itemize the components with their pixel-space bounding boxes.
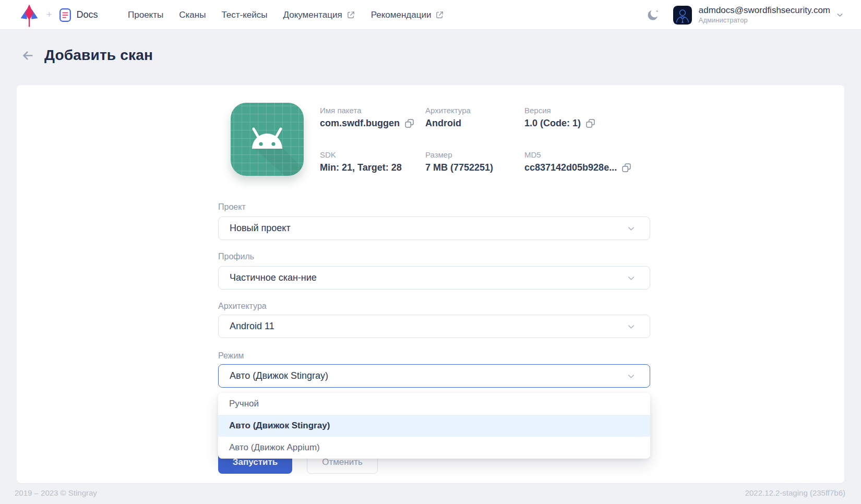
brand-area: + Docs [19, 0, 98, 30]
architecture-select[interactable]: Android 11 [218, 315, 650, 338]
nav-label: Рекомендации [371, 10, 432, 20]
info-value: com.swdf.buggen [320, 118, 400, 129]
info-package: Имя пакета com.swdf.buggen [320, 106, 414, 129]
info-value: Android [425, 118, 461, 129]
chevron-down-icon [626, 223, 636, 233]
project-select[interactable]: Новый проект [218, 217, 650, 240]
avatar[interactable] [673, 6, 692, 25]
chevron-down-icon[interactable] [835, 10, 844, 19]
mode-select[interactable]: Авто (Движок Stingray) [218, 364, 650, 388]
user-email: admdocs@swordfishsecurity.com [699, 5, 830, 16]
select-value: Android 11 [230, 321, 274, 332]
info-value: cc837142d05b928e... [524, 162, 617, 173]
dark-mode-toggle[interactable] [646, 8, 660, 22]
info-version: Версия 1.0 (Code: 1) [524, 106, 595, 129]
profile-label: Профиль [218, 252, 254, 261]
stingray-logo-icon[interactable] [19, 3, 39, 27]
moon-icon [646, 8, 660, 22]
chevron-down-icon [626, 321, 636, 331]
footer-version: 2022.12.2-staging (235ff7b6) [745, 488, 845, 497]
mode-label: Режим [218, 351, 244, 361]
external-link-icon [346, 10, 355, 19]
copy-icon [621, 163, 631, 173]
info-value: 7 MB (7752251) [425, 162, 493, 173]
dropdown-option-auto-appium[interactable]: Авто (Движок Appium) [218, 437, 650, 459]
info-size: Размер 7 MB (7752251) [425, 150, 493, 173]
external-link-icon [435, 10, 444, 19]
select-value: Частичное скан-ние [230, 272, 317, 283]
info-value: Min: 21, Target: 28 [320, 162, 402, 173]
footer-copyright: 2019 – 2023 © Stingray [15, 488, 97, 497]
project-label: Проект [218, 202, 246, 212]
user-menu[interactable]: admdocs@swordfishsecurity.com Администра… [699, 5, 830, 25]
chevron-down-icon [626, 371, 636, 381]
info-label: MD5 [524, 150, 631, 159]
main-nav: Проекты Сканы Тест-кейсы Документация Ре… [128, 0, 444, 30]
info-label: Имя пакета [320, 106, 414, 115]
add-scan-card: Имя пакета com.swdf.buggen Архитектура A… [17, 85, 844, 483]
info-label: Архитектура [425, 106, 471, 115]
plus-separator: + [46, 9, 52, 20]
header-right: admdocs@swordfishsecurity.com Администра… [646, 0, 844, 30]
copy-button[interactable] [404, 118, 414, 128]
chevron-down-icon [626, 273, 636, 283]
dropdown-option-auto-stingray[interactable]: Авто (Движок Stingray) [218, 415, 650, 437]
architecture-label: Архитектура [218, 302, 267, 311]
copy-button[interactable] [621, 163, 631, 173]
profile-select[interactable]: Частичное скан-ние [218, 266, 650, 290]
info-label: Версия [524, 106, 595, 115]
docs-icon[interactable] [59, 8, 71, 22]
info-md5: MD5 cc837142d05b928e... [524, 150, 631, 173]
nav-item-scans[interactable]: Сканы [179, 10, 206, 20]
dropdown-option-manual[interactable]: Ручной [218, 393, 650, 415]
info-label: Размер [425, 150, 493, 159]
android-app-icon [231, 103, 304, 176]
nav-item-projects[interactable]: Проекты [128, 10, 163, 20]
title-row: Добавить скан [21, 47, 153, 64]
nav-label: Проекты [128, 10, 163, 20]
nav-label: Документация [283, 10, 342, 20]
mode-dropdown: Ручной Авто (Движок Stingray) Авто (Движ… [218, 393, 650, 459]
info-architecture: Архитектура Android [425, 106, 471, 129]
nav-item-recommendations[interactable]: Рекомендации [371, 10, 445, 20]
select-value: Авто (Движок Stingray) [230, 370, 328, 381]
back-button[interactable] [21, 49, 35, 63]
copy-button[interactable] [585, 118, 595, 128]
select-value: Новый проект [230, 223, 291, 234]
copy-icon [404, 118, 414, 128]
info-label: SDK [320, 150, 402, 159]
nav-item-documentation[interactable]: Документация [283, 10, 355, 20]
info-sdk: SDK Min: 21, Target: 28 [320, 150, 402, 173]
page-title: Добавить скан [44, 47, 153, 64]
nav-label: Сканы [179, 10, 206, 20]
nav-label: Тест-кейсы [221, 10, 267, 20]
arrow-left-icon [21, 49, 35, 63]
top-navbar: + Docs Проекты Сканы Тест-кейсы Документ… [0, 0, 861, 30]
user-role: Администратор [699, 17, 830, 25]
docs-label[interactable]: Docs [77, 9, 98, 20]
info-value: 1.0 (Code: 1) [524, 118, 581, 129]
copy-icon [585, 118, 595, 128]
nav-item-testcases[interactable]: Тест-кейсы [221, 10, 267, 20]
